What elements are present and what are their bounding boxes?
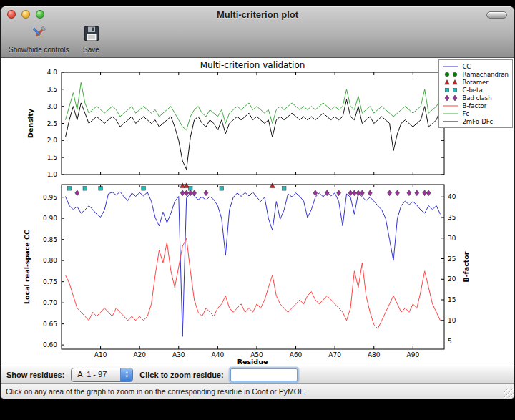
- ramachandran-legend-glyph: [441, 71, 460, 78]
- fc-legend-glyph: [441, 110, 460, 117]
- app-window: Multi-criterion plot: [0, 6, 515, 399]
- legend-label: Rotamer: [462, 79, 488, 86]
- svg-text:0.85: 0.85: [43, 236, 57, 243]
- legend-entry-c-beta: C-beta: [441, 86, 509, 94]
- svg-text:0.80: 0.80: [43, 257, 57, 264]
- svg-text:A80: A80: [368, 351, 381, 358]
- desktop: { "window": { "title": "Multi-criterion …: [0, 0, 515, 420]
- save-icon: [82, 24, 101, 46]
- svg-text:0.95: 0.95: [43, 194, 57, 201]
- legend-entry-cc: CC: [441, 62, 509, 70]
- svg-text:0.90: 0.90: [43, 215, 57, 222]
- svg-text:1.0: 1.0: [47, 171, 58, 178]
- svg-text:2.5: 2.5: [47, 120, 57, 127]
- plot-layers: 1.01.52.02.53.03.54.0A10A20A30A40A50A60A…: [43, 69, 456, 358]
- cc-axis-label: Local real-space CC: [23, 230, 31, 304]
- figure-svg[interactable]: Multi-criterion validation Density Local…: [1, 58, 513, 366]
- chain-range-select[interactable]: A 1 - 97 ▲▼: [71, 368, 133, 382]
- window-title: Multi-criterion plot: [1, 9, 514, 20]
- legend-label: CC: [462, 63, 471, 70]
- residue-axis-label: Residue: [237, 358, 268, 366]
- svg-text:1.5: 1.5: [47, 154, 57, 161]
- svg-text:0.60: 0.60: [43, 341, 57, 348]
- show-residues-label: Show residues:: [6, 371, 64, 379]
- figure-title: Multi-criterion validation: [200, 60, 305, 70]
- bfactor-axis-label: B-factor: [462, 251, 470, 282]
- cc-legend-glyph: [441, 63, 460, 70]
- titlebar[interactable]: Multi-criterion plot: [1, 6, 514, 22]
- window-chrome: Multi-criterion plot: [1, 6, 514, 58]
- svg-text:2.0: 2.0: [47, 137, 58, 144]
- legend-label: Ramachandran: [462, 71, 509, 78]
- toolbar-toggle-button[interactable]: [486, 11, 507, 19]
- legend-label: 2mFo-DFc: [462, 118, 493, 125]
- density-axis-label: Density: [26, 108, 34, 138]
- svg-text:A90: A90: [407, 351, 420, 358]
- controls-bar: Show residues: A 1 - 97 ▲▼ Click to zoom…: [1, 366, 514, 383]
- legend-entry-ramachandran: Ramachandran: [441, 70, 509, 78]
- svg-text:3.5: 3.5: [47, 86, 57, 93]
- svg-text:0.75: 0.75: [43, 278, 57, 285]
- svg-text:0.70: 0.70: [43, 299, 57, 306]
- traffic-lights: [7, 10, 44, 19]
- chain-range-value: A 1 - 97: [72, 368, 120, 381]
- svg-text:25: 25: [448, 255, 456, 263]
- bad-clash-legend-glyph: [441, 94, 460, 102]
- legend-label: Fc: [462, 110, 469, 117]
- legend-label: Bad clash: [462, 94, 491, 102]
- legend-entry-b-factor: B-factor: [441, 102, 509, 109]
- legend-entry-fc: Fc: [441, 109, 509, 117]
- legend-label: B-factor: [462, 102, 486, 109]
- zoom-residue-input[interactable]: [230, 368, 298, 381]
- svg-text:15: 15: [448, 296, 456, 303]
- b-factor-legend-glyph: [441, 102, 460, 109]
- svg-text:30: 30: [448, 235, 456, 242]
- zoom-window-button[interactable]: [36, 10, 44, 19]
- combo-stepper-icon: ▲▼: [120, 368, 132, 381]
- svg-text:10: 10: [448, 317, 456, 324]
- status-text: Click on any area of the graph to zoom i…: [6, 387, 306, 396]
- 2mfo-dfc-legend-glyph: [441, 118, 460, 125]
- save-button[interactable]: Save: [77, 24, 106, 54]
- tools-icon: [29, 24, 48, 46]
- toolbar-button-label: Show/hide controls: [9, 46, 69, 54]
- svg-text:A20: A20: [133, 351, 146, 358]
- close-button[interactable]: [7, 10, 16, 19]
- svg-text:0.65: 0.65: [43, 321, 57, 328]
- legend: CCRamachandranRotamerC-betaBad clashB-fa…: [438, 59, 513, 128]
- svg-text:40: 40: [448, 193, 456, 200]
- svg-text:A70: A70: [328, 351, 341, 358]
- legend-label: C-beta: [462, 87, 482, 94]
- toolbar: Show/hide controls Save: [1, 22, 514, 57]
- statusbar: Click on any area of the graph to zoom i…: [1, 383, 514, 399]
- toolbar-button-label: Save: [83, 46, 99, 54]
- legend-entry-bad-clash: Bad clash: [441, 94, 509, 102]
- svg-text:3.0: 3.0: [47, 103, 58, 110]
- zoom-residue-label: Click to zoom residue:: [139, 371, 223, 379]
- svg-text:A60: A60: [290, 351, 303, 358]
- svg-text:35: 35: [448, 214, 456, 221]
- legend-entry-rotamer: Rotamer: [441, 78, 509, 86]
- svg-text:A40: A40: [212, 351, 225, 358]
- svg-text:4.0: 4.0: [47, 69, 58, 76]
- resize-grip[interactable]: [504, 389, 514, 398]
- minimize-button[interactable]: [21, 10, 30, 19]
- svg-text:5: 5: [448, 338, 452, 345]
- svg-text:20: 20: [448, 275, 456, 283]
- c-beta-legend-glyph: [441, 87, 460, 94]
- svg-text:A50: A50: [250, 351, 263, 358]
- rotamer-legend-glyph: [441, 79, 460, 86]
- svg-text:A30: A30: [172, 351, 185, 358]
- legend-entry-2mfo-dfc: 2mFo-DFc: [441, 117, 509, 125]
- plot-canvas[interactable]: Multi-criterion validation Density Local…: [1, 58, 514, 366]
- svg-text:A10: A10: [94, 351, 107, 358]
- show-hide-controls-button[interactable]: Show/hide controls: [4, 24, 74, 54]
